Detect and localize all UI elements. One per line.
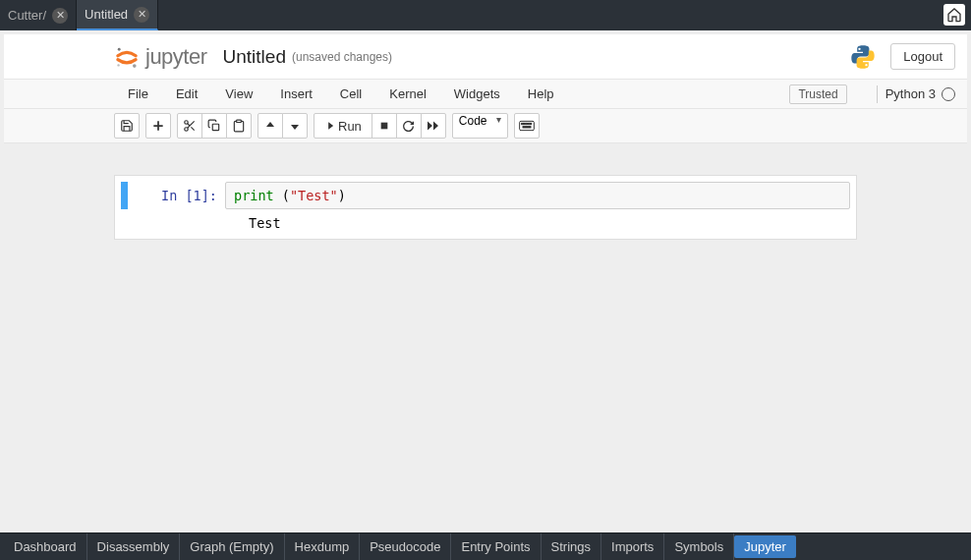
- tab-jupyter[interactable]: Jupyter: [734, 535, 796, 558]
- svg-rect-11: [527, 123, 529, 124]
- home-button[interactable]: [943, 4, 965, 26]
- menu-file[interactable]: File: [114, 80, 162, 108]
- tab-disassembly[interactable]: Disassembly: [87, 533, 181, 560]
- menu-bar: File Edit View Insert Cell Kernel Widget…: [4, 80, 967, 109]
- copy-button[interactable]: [201, 113, 227, 139]
- svg-rect-13: [523, 127, 531, 128]
- jupyter-logo[interactable]: jupyter: [114, 44, 207, 70]
- kernel-name: Python 3: [885, 86, 936, 101]
- tab-label: Untitled: [85, 7, 128, 22]
- cell-container: In [1]: print ("Test") Test: [114, 175, 857, 240]
- restart-run-all-button[interactable]: [421, 113, 446, 139]
- menu-view[interactable]: View: [211, 80, 266, 108]
- run-label: Run: [338, 119, 362, 134]
- menu-help[interactable]: Help: [514, 80, 568, 108]
- save-button[interactable]: [114, 113, 140, 139]
- svg-rect-9: [521, 123, 523, 124]
- svg-point-2: [117, 64, 119, 66]
- add-cell-button[interactable]: [145, 113, 171, 139]
- tab-hexdump[interactable]: Hexdump: [285, 533, 361, 560]
- cell-type-select[interactable]: Code: [452, 113, 508, 139]
- move-down-button[interactable]: [282, 113, 308, 139]
- menu-edit[interactable]: Edit: [162, 80, 211, 108]
- menu-insert[interactable]: Insert: [266, 80, 326, 108]
- notebook-header: jupyter Untitled (unsaved changes) Logou…: [4, 34, 967, 80]
- cut-button[interactable]: [177, 113, 202, 139]
- close-icon[interactable]: ✕: [134, 7, 149, 23]
- tab-symbols[interactable]: Symbols: [664, 533, 734, 560]
- run-group: Run: [314, 113, 446, 139]
- kernel-indicator[interactable]: Python 3: [885, 86, 967, 101]
- svg-rect-10: [524, 123, 526, 124]
- window-tab-bar: Cutter/ ✕ Untitled ✕: [0, 0, 971, 30]
- code-input[interactable]: print ("Test"): [225, 182, 850, 209]
- window-tab-cutter[interactable]: Cutter/ ✕: [0, 0, 77, 30]
- trusted-indicator[interactable]: Trusted: [789, 84, 846, 104]
- run-button[interactable]: Run: [314, 113, 372, 139]
- tab-imports[interactable]: Imports: [601, 533, 664, 560]
- window-tab-untitled[interactable]: Untitled ✕: [77, 0, 158, 30]
- input-prompt: In [1]:: [129, 182, 225, 209]
- svg-point-1: [133, 64, 137, 68]
- svg-rect-12: [529, 123, 531, 124]
- code-cell[interactable]: In [1]: print ("Test"): [121, 182, 850, 209]
- move-group: [257, 113, 308, 139]
- logout-button[interactable]: Logout: [890, 43, 955, 70]
- svg-point-3: [185, 121, 189, 125]
- notebook-body[interactable]: In [1]: print ("Test") Test: [4, 143, 967, 529]
- svg-point-4: [185, 128, 189, 132]
- output-row: Test: [121, 213, 850, 233]
- tab-entry-points[interactable]: Entry Points: [451, 533, 541, 560]
- python-logo-icon: [849, 43, 877, 71]
- svg-rect-7: [381, 123, 388, 130]
- menu-kernel[interactable]: Kernel: [375, 80, 440, 108]
- bottom-tab-bar: Dashboard Disassembly Graph (Empty) Hexd…: [0, 532, 971, 560]
- menu-cell[interactable]: Cell: [326, 80, 375, 108]
- command-palette-button[interactable]: [514, 113, 540, 139]
- cell-selected-marker: [121, 182, 128, 209]
- cell-output: Test: [249, 213, 281, 233]
- tab-graph[interactable]: Graph (Empty): [180, 533, 284, 560]
- save-status: (unsaved changes): [292, 50, 392, 64]
- cell-type-value: Code: [459, 114, 487, 128]
- jupyter-logo-text: jupyter: [145, 44, 207, 70]
- close-icon[interactable]: ✕: [52, 8, 68, 24]
- notebook-title[interactable]: Untitled: [223, 46, 286, 68]
- paste-button[interactable]: [226, 113, 252, 139]
- svg-rect-8: [519, 121, 534, 130]
- edit-group: [177, 113, 252, 139]
- main-area: jupyter Untitled (unsaved changes) Logou…: [0, 30, 971, 532]
- tab-pseudocode[interactable]: Pseudocode: [360, 533, 451, 560]
- svg-rect-5: [212, 124, 218, 130]
- notebook-wrapper: jupyter Untitled (unsaved changes) Logou…: [4, 34, 967, 529]
- tab-strings[interactable]: Strings: [542, 533, 601, 560]
- toolbar: Run Code: [4, 109, 967, 143]
- restart-button[interactable]: [396, 113, 422, 139]
- tab-dashboard[interactable]: Dashboard: [4, 533, 87, 560]
- svg-rect-6: [237, 120, 242, 122]
- tab-label: Cutter/: [8, 8, 46, 23]
- interrupt-button[interactable]: [371, 113, 397, 139]
- kernel-status-icon: [942, 87, 955, 101]
- menu-widgets[interactable]: Widgets: [440, 80, 514, 108]
- svg-point-0: [118, 47, 121, 50]
- move-up-button[interactable]: [257, 113, 283, 139]
- divider: [877, 85, 878, 103]
